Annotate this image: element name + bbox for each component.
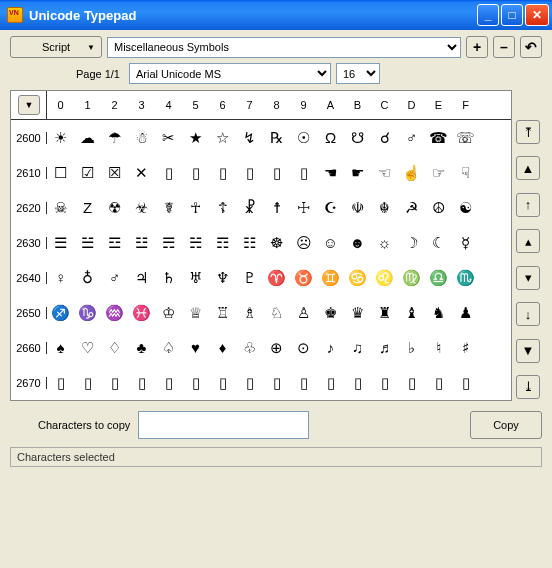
char-cell[interactable]: ▯ bbox=[452, 365, 479, 400]
char-cell[interactable]: ☼ bbox=[371, 225, 398, 260]
char-cell[interactable]: ♆ bbox=[209, 260, 236, 295]
char-cell[interactable]: ▯ bbox=[425, 365, 452, 400]
char-cell[interactable]: ✂ bbox=[155, 120, 182, 155]
char-cell[interactable]: ♥ bbox=[182, 330, 209, 365]
char-cell[interactable]: ♑ bbox=[74, 295, 101, 330]
char-cell[interactable]: ▯ bbox=[74, 365, 101, 400]
char-cell[interactable]: ♠ bbox=[47, 330, 74, 365]
char-cell[interactable]: ▯ bbox=[155, 365, 182, 400]
char-cell[interactable]: ♍ bbox=[398, 260, 425, 295]
char-cell[interactable]: ▯ bbox=[182, 155, 209, 190]
char-cell[interactable]: ♄ bbox=[155, 260, 182, 295]
char-cell[interactable]: ☒ bbox=[101, 155, 128, 190]
char-cell[interactable]: ☌ bbox=[371, 120, 398, 155]
char-cell[interactable]: ☮ bbox=[425, 190, 452, 225]
char-cell[interactable]: ▯ bbox=[128, 365, 155, 400]
char-cell[interactable]: ▯ bbox=[263, 155, 290, 190]
char-cell[interactable]: ☧ bbox=[236, 190, 263, 225]
char-cell[interactable]: ☉ bbox=[290, 120, 317, 155]
char-cell[interactable]: ▯ bbox=[47, 365, 74, 400]
char-cell[interactable]: ☣ bbox=[128, 190, 155, 225]
char-cell[interactable]: ☫ bbox=[344, 190, 371, 225]
char-cell[interactable]: ☛ bbox=[344, 155, 371, 190]
char-cell[interactable]: ♋ bbox=[344, 260, 371, 295]
char-cell[interactable]: ▯ bbox=[344, 365, 371, 400]
char-cell[interactable]: ▯ bbox=[236, 365, 263, 400]
char-cell[interactable]: ♅ bbox=[182, 260, 209, 295]
char-cell[interactable]: ♟ bbox=[452, 295, 479, 330]
char-cell[interactable]: ☬ bbox=[371, 190, 398, 225]
nav-down-button[interactable]: ↓ bbox=[516, 302, 540, 326]
char-cell[interactable]: ♤ bbox=[155, 330, 182, 365]
char-cell[interactable]: ♇ bbox=[236, 260, 263, 295]
char-cell[interactable]: ⊕ bbox=[263, 330, 290, 365]
char-cell[interactable]: ⊙ bbox=[290, 330, 317, 365]
category-select[interactable]: Miscellaneous Symbols bbox=[107, 37, 461, 58]
char-cell[interactable]: ☨ bbox=[263, 190, 290, 225]
char-cell[interactable]: ♗ bbox=[236, 295, 263, 330]
char-cell[interactable]: ☆ bbox=[209, 120, 236, 155]
char-cell[interactable]: ☃ bbox=[128, 120, 155, 155]
char-cell[interactable]: ♡ bbox=[74, 330, 101, 365]
char-cell[interactable]: ☾ bbox=[425, 225, 452, 260]
char-cell[interactable]: ☏ bbox=[452, 120, 479, 155]
char-cell[interactable]: ♈ bbox=[263, 260, 290, 295]
char-cell[interactable]: ♁ bbox=[74, 260, 101, 295]
char-cell[interactable]: ♐ bbox=[47, 295, 74, 330]
nav-stepdown-button[interactable]: ▾ bbox=[516, 266, 540, 290]
char-cell[interactable]: ☂ bbox=[101, 120, 128, 155]
char-cell[interactable]: ☷ bbox=[236, 225, 263, 260]
maximize-button[interactable]: □ bbox=[501, 4, 523, 26]
char-cell[interactable]: ♬ bbox=[371, 330, 398, 365]
char-cell[interactable]: ♙ bbox=[290, 295, 317, 330]
char-cell[interactable]: ♯ bbox=[452, 330, 479, 365]
char-cell[interactable]: ♚ bbox=[317, 295, 344, 330]
nav-stepup-button[interactable]: ▴ bbox=[516, 229, 540, 253]
char-cell[interactable]: ♂ bbox=[101, 260, 128, 295]
char-cell[interactable]: ☤ bbox=[155, 190, 182, 225]
char-cell[interactable]: ☜ bbox=[371, 155, 398, 190]
char-cell[interactable]: ☁ bbox=[74, 120, 101, 155]
char-cell[interactable]: ☀ bbox=[47, 120, 74, 155]
char-cell[interactable]: ☝ bbox=[398, 155, 425, 190]
char-cell[interactable]: ↯ bbox=[236, 120, 263, 155]
char-cell[interactable]: Z bbox=[74, 190, 101, 225]
char-cell[interactable]: ▯ bbox=[155, 155, 182, 190]
char-cell[interactable]: ☚ bbox=[317, 155, 344, 190]
char-cell[interactable]: ▯ bbox=[290, 155, 317, 190]
char-cell[interactable]: ♪ bbox=[317, 330, 344, 365]
char-cell[interactable]: ▯ bbox=[290, 365, 317, 400]
minimize-button[interactable]: _ bbox=[477, 4, 499, 26]
close-button[interactable]: ✕ bbox=[525, 4, 549, 26]
char-cell[interactable]: ♫ bbox=[344, 330, 371, 365]
char-cell[interactable]: ♖ bbox=[209, 295, 236, 330]
char-cell[interactable]: ♭ bbox=[398, 330, 425, 365]
char-cell[interactable]: ☎ bbox=[425, 120, 452, 155]
char-cell[interactable]: ☠ bbox=[47, 190, 74, 225]
char-cell[interactable]: ▯ bbox=[209, 365, 236, 400]
char-cell[interactable]: ♂ bbox=[398, 120, 425, 155]
copy-input[interactable] bbox=[138, 411, 309, 439]
nav-bottom-button[interactable]: ⤓ bbox=[516, 375, 540, 399]
char-cell[interactable]: ☯ bbox=[452, 190, 479, 225]
nav-pageup-button[interactable]: ▲ bbox=[516, 156, 540, 180]
char-cell[interactable]: ♎ bbox=[425, 260, 452, 295]
char-cell[interactable]: ☺ bbox=[317, 225, 344, 260]
char-cell[interactable]: ☱ bbox=[74, 225, 101, 260]
char-cell[interactable]: ▯ bbox=[101, 365, 128, 400]
char-cell[interactable]: ♓ bbox=[128, 295, 155, 330]
char-cell[interactable]: ☢ bbox=[101, 190, 128, 225]
char-cell[interactable]: ☋ bbox=[344, 120, 371, 155]
char-cell[interactable]: ♘ bbox=[263, 295, 290, 330]
char-cell[interactable]: ☵ bbox=[182, 225, 209, 260]
char-cell[interactable]: ♃ bbox=[128, 260, 155, 295]
char-cell[interactable]: ☸ bbox=[263, 225, 290, 260]
char-cell[interactable]: ♉ bbox=[290, 260, 317, 295]
char-cell[interactable]: ☐ bbox=[47, 155, 74, 190]
size-select[interactable]: 16 bbox=[336, 63, 380, 84]
char-cell[interactable]: ☻ bbox=[344, 225, 371, 260]
char-cell[interactable]: ▯ bbox=[263, 365, 290, 400]
grid-menu-button[interactable]: ▼ bbox=[18, 95, 40, 115]
char-cell[interactable]: ℞ bbox=[263, 120, 290, 155]
char-cell[interactable]: ♊ bbox=[317, 260, 344, 295]
